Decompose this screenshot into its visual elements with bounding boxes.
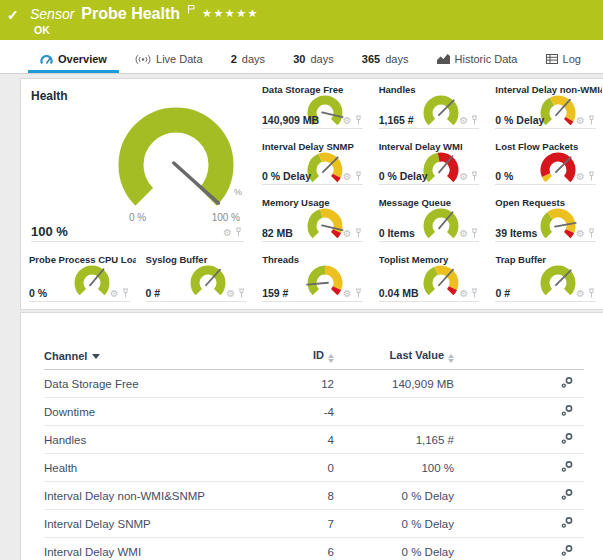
gauge-dial <box>70 262 114 302</box>
flag-icon[interactable] <box>187 0 195 18</box>
gauge-value: 39 Items <box>495 227 537 239</box>
tab-label: days <box>385 53 408 65</box>
pin-icon[interactable] <box>355 171 362 183</box>
gear-icon[interactable]: ⚙ <box>343 172 352 182</box>
column-header-id[interactable]: ID <box>289 345 334 370</box>
pin-icon[interactable] <box>355 228 362 240</box>
tab-historic-data[interactable]: Historic Data <box>425 40 530 73</box>
pin-icon[interactable] <box>588 288 595 300</box>
table-row: Data Storage Free12140,909 MB <box>44 370 584 398</box>
cell-channel[interactable]: Interval Delay WMI <box>44 538 289 560</box>
divider <box>495 128 596 129</box>
gear-icon[interactable]: ⚙ <box>459 116 468 126</box>
gear-icon[interactable]: ⚙ <box>459 172 468 182</box>
gauge-cell-toplist-memory: Toplist Memory0.04 MB⚙ <box>371 249 488 309</box>
gear-icon[interactable]: ⚙ <box>459 229 468 239</box>
pin-icon[interactable] <box>471 171 478 183</box>
gauge-value: 140,909 MB <box>262 114 319 126</box>
divider <box>262 301 363 302</box>
tab-30-days[interactable]: 30days <box>281 40 346 73</box>
channel-settings-icon[interactable] <box>560 516 574 529</box>
table-row: Interval Delay SNMP70 % Delay <box>44 510 584 538</box>
gear-icon[interactable]: ⚙ <box>226 289 235 299</box>
gear-icon[interactable]: ⚙ <box>110 289 119 299</box>
divider <box>31 241 244 242</box>
gear-icon[interactable]: ⚙ <box>343 116 352 126</box>
table-row: Downtime-4 <box>44 398 584 426</box>
gear-icon[interactable]: ⚙ <box>343 229 352 239</box>
gauge-dial <box>303 262 347 302</box>
gear-icon[interactable]: ⚙ <box>576 116 585 126</box>
channel-settings-icon[interactable] <box>560 404 574 417</box>
pin-icon[interactable] <box>588 228 595 240</box>
cell-channel[interactable]: Handles <box>44 426 289 454</box>
sensor-title[interactable]: Probe Health <box>81 5 180 23</box>
gauges-panel: Health % 0 % 100 % 100 % ⚙ Data Storage … <box>20 78 603 310</box>
gear-icon[interactable]: ⚙ <box>343 289 352 299</box>
pin-icon[interactable] <box>471 115 478 127</box>
pin-icon[interactable] <box>238 288 245 300</box>
tab-log[interactable]: Log <box>534 40 593 73</box>
gear-icon[interactable]: ⚙ <box>576 172 585 182</box>
cell-channel[interactable]: Data Storage Free <box>44 370 289 398</box>
divider <box>495 184 596 185</box>
tab-live-data[interactable]: Live Data <box>123 40 214 73</box>
channel-settings-icon[interactable] <box>560 544 574 557</box>
gauge-cell-open-requests: Open Requests39 Items⚙ <box>487 192 603 249</box>
cell-id: 0 <box>289 454 334 482</box>
sort-both-icon <box>448 354 454 363</box>
column-header-last-value[interactable]: Last Value <box>334 345 454 370</box>
pin-icon[interactable] <box>588 171 595 183</box>
object-kind-label: Sensor <box>30 6 74 22</box>
priority-stars[interactable]: ★★★★★ <box>202 7 259 20</box>
cell-channel[interactable]: Health <box>44 454 289 482</box>
pin-icon[interactable] <box>235 227 242 239</box>
sort-both-icon <box>328 354 334 363</box>
gear-icon[interactable]: ⚙ <box>576 229 585 239</box>
cell-id: 7 <box>289 510 334 538</box>
channel-settings-icon[interactable] <box>560 488 574 501</box>
gear-icon[interactable]: ⚙ <box>576 289 585 299</box>
gauge-dial <box>419 262 463 302</box>
channel-settings-icon[interactable] <box>560 432 574 445</box>
pin-icon[interactable] <box>122 288 129 300</box>
gauge-dial <box>419 149 463 189</box>
pin-icon[interactable] <box>471 288 478 300</box>
cell-channel[interactable]: Downtime <box>44 398 289 426</box>
pin-icon[interactable] <box>471 228 478 240</box>
divider <box>379 128 480 129</box>
cell-channel[interactable]: Interval Delay SNMP <box>44 510 289 538</box>
gauge-cell-handles: Handles1,165 #⚙ <box>371 79 488 136</box>
pin-icon[interactable] <box>355 288 362 300</box>
divider <box>379 184 480 185</box>
table-row: Interval Delay non-WMI&SNMP80 % Delay <box>44 482 584 510</box>
divider <box>379 241 480 242</box>
gauge-value: 1,165 # <box>379 114 414 126</box>
cell-last-value: 100 % <box>334 454 454 482</box>
gauge-unit-label: % <box>234 187 242 197</box>
channel-settings-icon[interactable] <box>560 376 574 389</box>
column-header-channel[interactable]: Channel <box>44 345 289 370</box>
pin-icon[interactable] <box>355 115 362 127</box>
tab-overview[interactable]: Overview <box>28 40 119 73</box>
tab-label: Log <box>563 53 581 65</box>
gauge-cell-syslog-buffer: Syslog Buffer0 #⚙ <box>138 249 255 309</box>
gauge-icon <box>40 54 53 65</box>
tab-2-days[interactable]: 2days <box>219 40 277 73</box>
divider <box>495 241 596 242</box>
gauge-dial <box>303 92 347 132</box>
tab-365-days[interactable]: 365days <box>350 40 421 73</box>
gauge-value: 0 % <box>29 287 47 299</box>
gauge-dial <box>536 205 580 245</box>
sensor-status-bar: ✓ Sensor Probe Health ★★★★★ OK <box>0 0 603 40</box>
pin-icon[interactable] <box>588 115 595 127</box>
sensor-status-text: OK <box>34 24 50 36</box>
gauge-value: 0 % Delay <box>262 170 311 182</box>
gauge-dial <box>536 262 580 302</box>
gear-icon[interactable]: ⚙ <box>223 228 232 238</box>
gauge-value: 159 # <box>262 287 288 299</box>
cell-channel[interactable]: Interval Delay non-WMI&SNMP <box>44 482 289 510</box>
gear-icon[interactable]: ⚙ <box>459 289 468 299</box>
historic-chart-icon <box>437 54 450 64</box>
channel-settings-icon[interactable] <box>560 460 574 473</box>
